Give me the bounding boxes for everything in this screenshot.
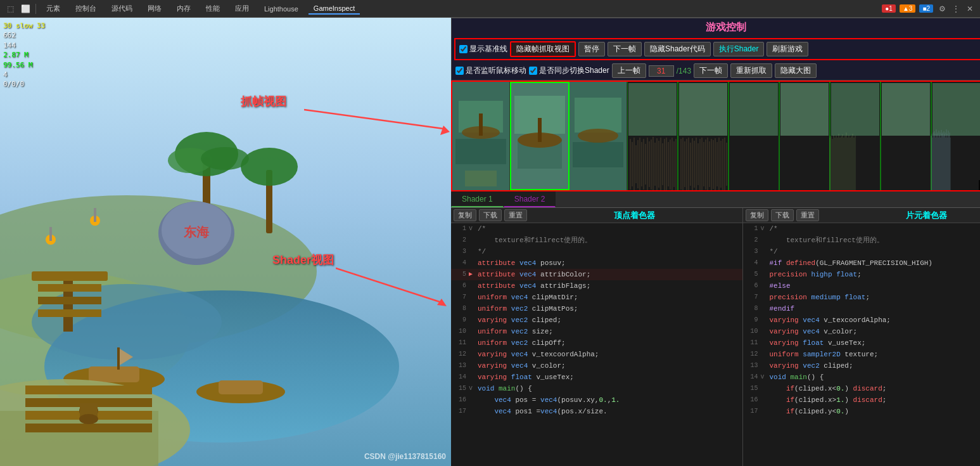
- prev-frame-button[interactable]: 上一帧: [612, 63, 646, 78]
- shader-tab-1[interactable]: Shader 1: [451, 191, 504, 207]
- toolbar-right: ●1 ▲3 ■2 ⚙ ⋮ ✕: [882, 4, 975, 14]
- shader-tab-2[interactable]: Shader 2: [504, 191, 556, 207]
- gear-icon[interactable]: ⚙: [937, 4, 947, 14]
- code-line-f10: 10 varying vec4 v_color;: [743, 326, 981, 337]
- svg-rect-55: [573, 142, 623, 167]
- tab-sources[interactable]: 源代码: [106, 3, 137, 15]
- code-line-f9: 9 varying vec4 v_texcoordAlpha;: [743, 314, 981, 326]
- shader-tabs: Shader 1 Shader 2: [451, 191, 980, 208]
- vertex-download-button[interactable]: 下载: [479, 209, 502, 221]
- code-line-v17: 17 vec4 pos1 =vec4(pos.x/size.: [451, 406, 742, 417]
- frame-item-3[interactable]: [570, 82, 627, 190]
- info-badge: ■2: [919, 4, 933, 13]
- game-scene-svg: 东海: [0, 18, 451, 466]
- code-line-v7: 7 uniform vec4 clipMatDir;: [451, 292, 742, 303]
- more-icon[interactable]: ⋮: [951, 4, 961, 14]
- code-line-f2: 2 texture和fillrect使用的。: [743, 235, 981, 246]
- sync-shader-checkbox[interactable]: 是否同步切换Shader: [529, 65, 609, 76]
- svg-rect-72: [932, 83, 980, 136]
- mouse-listen-checkbox[interactable]: 是否监听鼠标移动: [455, 65, 526, 76]
- svg-rect-44: [455, 139, 506, 164]
- hide-big-button[interactable]: 隐藏大图: [775, 63, 817, 78]
- tab-network[interactable]: 网络: [143, 3, 167, 15]
- code-line-f6: 6 #else: [743, 280, 981, 292]
- svg-rect-54: [575, 98, 621, 133]
- svg-rect-26: [49, 227, 52, 241]
- hide-shader-button[interactable]: 隐藏Shader代码: [644, 42, 711, 56]
- browser-toolbar: ⬚ ⬜ 元素 控制台 源代码 网络 内存 性能 应用 Lighthouse Ga…: [0, 0, 980, 18]
- code-line-f7: 7 precision mediump float;: [743, 292, 981, 303]
- frame-viewer: frame info...: [451, 81, 980, 191]
- tab-console[interactable]: 控制台: [70, 3, 101, 15]
- game-scene: 东海: [0, 18, 451, 466]
- code-line-f8: 8 #endif: [743, 303, 981, 314]
- fragment-download-button[interactable]: 下载: [771, 209, 794, 221]
- watermark: CSDN @jie1137815160: [364, 452, 446, 461]
- cursor-icon[interactable]: ⬚: [5, 4, 15, 14]
- fragment-shader-editor: 复制 下载 重置 片元着色器 1 v /*: [743, 208, 981, 466]
- code-line-v4: 4 attribute vec4 posuv;: [451, 257, 742, 269]
- tab-elements[interactable]: 元素: [41, 3, 65, 15]
- vertex-shader-title: 顶点着色器: [530, 210, 740, 221]
- svg-rect-20: [89, 366, 139, 382]
- tab-application[interactable]: 应用: [230, 3, 254, 15]
- recapture-button[interactable]: 重新抓取: [730, 63, 772, 78]
- control-row-1: 显示基准线 隐藏帧抓取视图 暂停 下一帧 隐藏Shader代码 执行Shader…: [454, 38, 980, 60]
- code-line-f14: 14 v void main() {: [743, 372, 981, 383]
- svg-line-38: [304, 110, 443, 129]
- code-line-f16: 16 if(cliped.x>1.) discard;: [743, 394, 981, 406]
- code-line-v5: 5 ▶ attribute vec4 attribColor;: [451, 269, 742, 280]
- code-line-v13: 13 varying vec4 v_color;: [451, 360, 742, 372]
- svg-rect-7: [38, 284, 101, 292]
- code-line-v9: 9 varying vec2 cliped;: [451, 314, 742, 326]
- frame-number-input[interactable]: [649, 65, 674, 77]
- code-line-v2: 2 texture和fillrect使用的。: [451, 235, 742, 246]
- svg-text:东海: 东海: [184, 225, 210, 239]
- vertex-reset-button[interactable]: 重置: [504, 209, 527, 221]
- shader-editors: 复制 下载 重置 顶点着色器 1 v /*: [451, 208, 980, 466]
- code-line-v11: 11 uniform vec2 clipOff;: [451, 337, 742, 349]
- pause-button[interactable]: 暂停: [578, 42, 605, 56]
- devtools-panel: 游戏控制 ? ✕ 显示基准线 隐藏帧抓取视图 暂停 下一帧 隐藏Shader代码…: [451, 18, 980, 466]
- code-line-v8: 8 uniform vec2 clipMatPos;: [451, 303, 742, 314]
- fragment-reset-button[interactable]: 重置: [796, 209, 819, 221]
- svg-rect-28: [94, 208, 96, 222]
- warn-badge: ▲3: [900, 4, 915, 13]
- vertex-shader-code[interactable]: 1 v /* 2 texture和fillrect使用的。 3: [451, 223, 742, 466]
- capture-view-button[interactable]: 隐藏帧抓取视图: [510, 41, 576, 57]
- code-line-v10: 10 uniform vec2 size;: [451, 326, 742, 337]
- frame-item-1[interactable]: [452, 82, 510, 190]
- shader-arrow: [336, 262, 450, 313]
- game-control-title: 游戏控制: [454, 18, 980, 37]
- next-frame-button-2[interactable]: 下一帧: [694, 63, 728, 78]
- fragment-shader-code[interactable]: 1 v /* 2 texture和fillrect使用的。 3: [743, 223, 981, 466]
- main-content: 东海: [0, 18, 980, 466]
- tab-performance[interactable]: 性能: [201, 3, 225, 15]
- refresh-button[interactable]: 刷新游戏: [767, 42, 808, 56]
- fragment-shader-title: 片元着色器: [822, 210, 981, 221]
- next-frame-button-1[interactable]: 下一帧: [608, 42, 642, 56]
- svg-rect-8: [38, 297, 101, 304]
- frame-item-2[interactable]: [510, 82, 570, 190]
- shader-label: Shader视图: [272, 252, 334, 268]
- tab-lighthouse[interactable]: Lighthouse: [259, 4, 303, 14]
- svg-rect-68: [730, 83, 778, 136]
- code-line-f5: 5 precision highp float;: [743, 269, 981, 280]
- fragment-copy-button[interactable]: 复制: [746, 209, 768, 221]
- tab-gameinspect[interactable]: GameInspect: [309, 3, 360, 15]
- svg-rect-21: [117, 347, 120, 370]
- show-baseline-checkbox[interactable]: 显示基准线: [459, 44, 507, 55]
- game-control-panel: 游戏控制 ? ✕ 显示基准线 隐藏帧抓取视图 暂停 下一帧 隐藏Shader代码…: [451, 18, 980, 81]
- inspect-icon[interactable]: ⬜: [20, 4, 30, 14]
- vertex-copy-button[interactable]: 复制: [454, 209, 476, 221]
- svg-point-56: [578, 129, 618, 143]
- svg-rect-45: [465, 171, 497, 186]
- game-overlay-stats: 30 slow 33 662 144 2.87 M 99.56 M 4 0/0/…: [3, 21, 45, 89]
- code-line-v3: 3 */: [451, 246, 742, 257]
- tab-memory[interactable]: 内存: [172, 3, 196, 15]
- svg-rect-67: [679, 83, 727, 136]
- exec-shader-button[interactable]: 执行Shader: [713, 42, 765, 56]
- svg-rect-71: [882, 83, 930, 136]
- close-window-icon[interactable]: ✕: [965, 4, 975, 14]
- svg-point-37: [79, 414, 98, 424]
